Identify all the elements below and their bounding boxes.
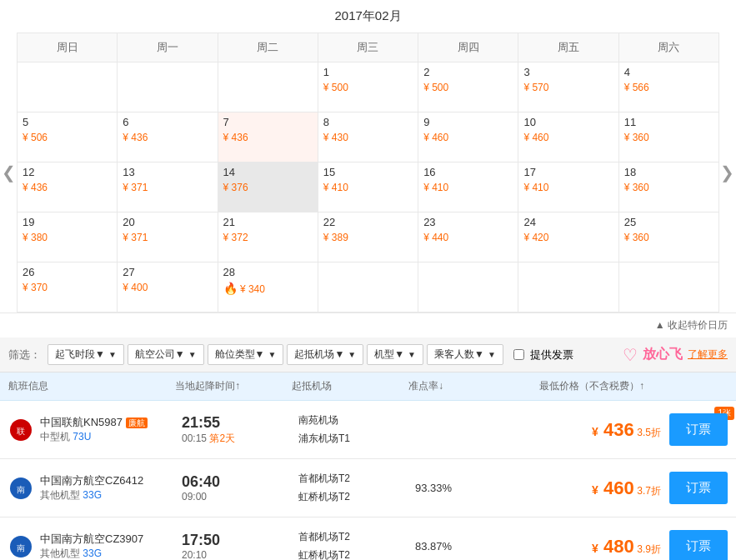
- book-button[interactable]: 订票: [669, 530, 728, 560]
- day-price: ¥ 436: [123, 132, 212, 143]
- book-button[interactable]: 订票: [669, 413, 728, 446]
- header-rate[interactable]: 准点率↓: [408, 379, 508, 393]
- day-number: 8: [323, 116, 413, 128]
- day-price: ¥ 506: [23, 132, 112, 143]
- calendar-cell[interactable]: 25¥ 360: [618, 212, 718, 262]
- calendar-cell[interactable]: 12¥ 436: [18, 162, 118, 212]
- filter-passengers[interactable]: 乘客人数▼: [427, 344, 503, 365]
- calendar-cell[interactable]: 24¥ 420: [518, 212, 618, 262]
- calendar-cell[interactable]: 16¥ 410: [418, 162, 518, 212]
- aircraft-code-link[interactable]: 33G: [83, 548, 102, 559]
- flight-name: 中国南方航空CZ3907: [40, 532, 182, 547]
- calendar-cell[interactable]: 11¥ 360: [618, 112, 718, 162]
- calendar-cell[interactable]: 18¥ 360: [618, 162, 718, 212]
- day-number: 17: [523, 166, 613, 178]
- day-price: ¥ 360: [624, 232, 713, 243]
- day-number: 5: [23, 116, 112, 128]
- flight-row: 南 中国南方航空CZ6412 其他机型 33G 06:40 09:00 首都机场…: [0, 459, 736, 518]
- calendar-cell[interactable]: 8¥ 430: [318, 112, 418, 162]
- filter-label: 筛选：: [8, 348, 41, 362]
- weekday-header: 周日: [18, 33, 118, 62]
- day-number: 4: [624, 66, 713, 78]
- calendar-cell[interactable]: 23¥ 440: [418, 212, 518, 262]
- depart-airport: 南苑机场: [298, 412, 415, 430]
- day-price: ¥ 570: [523, 82, 613, 93]
- calendar-cell[interactable]: 9¥ 460: [418, 112, 518, 162]
- calendar-cell[interactable]: 27¥ 400: [118, 262, 218, 312]
- svg-text:联: 联: [17, 427, 25, 436]
- day-price: ¥ 360: [624, 182, 713, 193]
- aircraft-code-link[interactable]: 73U: [73, 431, 91, 442]
- on-time-rate: 93.33%: [415, 482, 515, 494]
- price-amount: ¥ 460: [592, 478, 634, 498]
- day-price: 🔥 ¥ 340: [223, 282, 313, 295]
- price-section: ¥ 436 3.5折 1张 订票: [515, 413, 728, 446]
- calendar-cell[interactable]: 15¥ 410: [318, 162, 418, 212]
- header-airport: 起抵机场: [292, 379, 408, 393]
- day-number: 1: [323, 66, 413, 78]
- weekday-header: 周三: [318, 33, 418, 62]
- day-price: ¥ 500: [423, 82, 513, 93]
- flight-airport: 首都机场T2 虹桥机场T2: [298, 470, 415, 506]
- flight-airport: 南苑机场 浦东机场T1: [298, 412, 415, 448]
- calendar-cell[interactable]: 3¥ 570: [518, 62, 618, 112]
- calendar-cell[interactable]: 14¥ 376: [218, 162, 318, 212]
- calendar-cell[interactable]: 22¥ 389: [318, 212, 418, 262]
- day-number: 13: [123, 166, 212, 178]
- calendar-cell[interactable]: 4¥ 566: [618, 62, 718, 112]
- flight-time: 21:55 00:15 第2天: [182, 414, 298, 446]
- calendar-cell[interactable]: 20¥ 371: [118, 212, 218, 262]
- weekday-header: 周四: [418, 33, 518, 62]
- calendar-cell[interactable]: 21¥ 372: [218, 212, 318, 262]
- day-number: 19: [23, 216, 112, 228]
- filter-aircraft-type[interactable]: 机型▼: [367, 344, 423, 365]
- book-button-wrap: 1张 订票: [669, 413, 728, 446]
- collapse-calendar-button[interactable]: ▲ 收起特价日历: [0, 312, 736, 338]
- calendar-cell[interactable]: 7¥ 436: [218, 112, 318, 162]
- flight-info: 中国南方航空CZ3907 其他机型 33G: [40, 532, 182, 560]
- svg-text:南: 南: [17, 543, 25, 552]
- weekday-header: 周五: [518, 33, 618, 62]
- calendar-cell[interactable]: 19¥ 380: [18, 212, 118, 262]
- calendar-cell[interactable]: 28🔥 ¥ 340: [218, 262, 318, 312]
- calendar-cell[interactable]: 1¥ 500: [318, 62, 418, 112]
- calendar-cell[interactable]: 10¥ 460: [518, 112, 618, 162]
- invoice-filter[interactable]: 提供发票: [513, 348, 573, 362]
- book-button[interactable]: 订票: [669, 472, 728, 504]
- calendar-cell[interactable]: 2¥ 500: [418, 62, 518, 112]
- price-display: ¥ 460 3.7折: [592, 478, 661, 499]
- day-number: 26: [23, 266, 112, 278]
- arrive-airport: 浦东机场T1: [298, 430, 415, 448]
- price-display: ¥ 480 3.9折: [592, 536, 661, 558]
- header-time[interactable]: 当地起降时间↑: [175, 379, 292, 393]
- prev-month-button[interactable]: ❮: [2, 162, 16, 182]
- filter-airport[interactable]: 起抵机场▼: [287, 344, 363, 365]
- filter-depart-time[interactable]: 起飞时段▼: [48, 344, 124, 365]
- weekday-header: 周一: [118, 33, 218, 62]
- arrive-time: 00:15 第2天: [182, 432, 298, 446]
- aircraft-code-link[interactable]: 33G: [83, 489, 102, 501]
- calendar-cell[interactable]: 26¥ 370: [18, 262, 118, 312]
- filter-airline[interactable]: 航空公司▼: [128, 344, 204, 365]
- day-number: 24: [523, 216, 613, 228]
- next-month-button[interactable]: ❯: [720, 162, 734, 182]
- invoice-checkbox[interactable]: [513, 349, 524, 360]
- calendar-cell: [518, 262, 618, 312]
- calendar-cell: [318, 262, 418, 312]
- day-number: 16: [423, 166, 513, 178]
- calendar-cell[interactable]: 17¥ 410: [518, 162, 618, 212]
- flight-row: 联 中国联航KN5987 廉航 中型机 73U 21:55 00:15 第2天 …: [0, 401, 736, 459]
- header-price[interactable]: 最低价格（不含税费）↑: [508, 379, 728, 393]
- weekday-header: 周二: [218, 33, 318, 62]
- day-number: 25: [624, 216, 713, 228]
- promo-brand: 放心飞: [643, 346, 683, 363]
- calendar-cell[interactable]: 6¥ 436: [118, 112, 218, 162]
- calendar-cell: [618, 262, 718, 312]
- day-number: 21: [223, 216, 313, 228]
- day-price: ¥ 410: [323, 182, 413, 193]
- promo-more-link[interactable]: 了解更多: [688, 348, 728, 362]
- filter-cabin-type[interactable]: 舱位类型▼: [208, 344, 284, 365]
- calendar-cell[interactable]: 13¥ 371: [118, 162, 218, 212]
- day-price: ¥ 500: [323, 82, 413, 93]
- calendar-cell[interactable]: 5¥ 506: [18, 112, 118, 162]
